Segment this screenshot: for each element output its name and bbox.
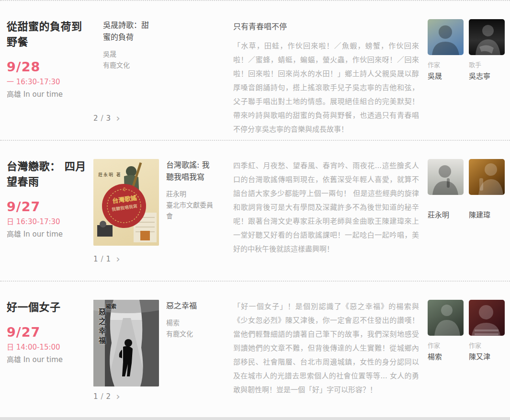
pagination-total: 1 [106,255,111,263]
event-time: 日 16:30-17:30 [7,216,89,226]
book-info: 楊索 惡之幸福 惡之幸福 楊索 有鹿文化 [93,300,233,386]
book-title: 惡之幸福 [166,300,216,312]
person-photo [469,19,505,55]
person-name: 吳晟 [428,70,464,80]
book-title: 台灣歌謠: 我聽我唱我寫 [166,159,216,183]
person-card: 作家 吳晟 [428,19,464,80]
person-silhouette-icon [469,159,505,195]
next-page-icon[interactable]: › [116,256,120,262]
event-date: 9/27 [7,325,89,340]
person-photo [428,19,464,55]
description-column: 四季紅、月夜愁、望春風、春宵吟、雨夜花...這些膾炙人口的台灣歌謠傳唱到現在，依… [233,159,428,281]
event-row: 台灣戀歌： 四月望春雨 9/27 日 16:30-17:30 高雄 In our… [0,141,510,282]
description-text: 「好一個女子」！是個別認識了《惡之幸福》的楊索與《少女忽必烈》陳又津後，你一定會… [233,300,419,397]
book-meta: 台灣歌謠: 我聽我唱我寫 莊永明 臺北市文獻委員會 [166,159,216,246]
person-role: 作家 [428,341,464,350]
events-list: 從甜蜜的負荷到野餐 9/28 一 16:30-17:30 高雄 In our t… [0,0,510,418]
people-column: 作家 吳晟 歌手 吳志寧 [428,19,505,140]
description-column: 「好一個女子」！是個別認識了《惡之幸福》的楊索與《少女忽必烈》陳又津後，你一定會… [233,300,428,418]
book-cover-author-text: 楊索 [106,302,116,310]
event-row: 從甜蜜的負荷到野餐 9/28 一 16:30-17:30 高雄 In our t… [0,1,510,141]
book-author: 楊索 [166,318,216,329]
book-publisher: 有鹿文化 [103,60,153,71]
person-role: 歌手 [469,60,505,69]
person-name: 楊索 [428,351,464,361]
book-cover-title-text: 惡之幸福 [97,308,107,346]
person-name: 吳志寧 [469,70,505,80]
person-photo [469,159,505,195]
pagination-current: 2 [93,114,98,123]
next-page-icon[interactable]: › [116,393,120,400]
description-text: 「水草，田蛙，作伙回來啦！／魚蝦，螃蟹，作伙回來啦！／蜜蜂，蜻蜓，蝙蝠，螢火蟲，… [233,39,419,136]
event-date: 9/28 [7,59,89,74]
event-info-column: 從甜蜜的負荷到野餐 9/28 一 16:30-17:30 高雄 In our t… [7,19,93,140]
pagination-current: 1 [93,392,98,401]
people-column: 作家 楊索 作家 陳又津 [428,300,505,418]
event-location: 高雄 In our time [7,89,89,99]
person-silhouette-icon [428,300,464,336]
book-publisher: 臺北市文獻委員會 [166,200,216,222]
event-time: 一 16:30-17:30 [7,76,89,86]
book-meta: 惡之幸福 楊索 有鹿文化 [166,300,216,386]
book-author: 吳晟 [103,49,153,60]
pagination-divider: / [101,255,103,263]
person-silhouette-icon [428,159,464,195]
person-name: 陳建瑋 [469,209,505,219]
person-name: 陳又津 [469,351,505,361]
book-publisher: 有鹿文化 [166,329,216,340]
book-cover-author-text: 莊永明 著 [98,171,122,178]
description-column: 只有青春唱不停 「水草，田蛙，作伙回來啦！／魚蝦，螃蟹，作伙回來啦！／蜜蜂，蜻蜓… [233,19,428,140]
events-page: 從甜蜜的負荷到野餐 9/28 一 16:30-17:30 高雄 In our t… [0,0,510,420]
bottom-strip [0,417,510,420]
description-title: 只有青春唱不停 [233,20,419,32]
event-info-column: 台灣戀歌： 四月望春雨 9/27 日 16:30-17:30 高雄 In our… [7,159,93,281]
person-role: 作家 [428,60,464,69]
event-location: 高雄 In our time [7,228,89,238]
pagination-current: 1 [93,255,98,263]
event-info-column: 好一個女子 9/27 日 14:00-15:00 高雄 In our time [7,300,93,418]
person-silhouette-icon [469,19,505,55]
people-column: 莊永明 陳建瑋 [428,159,505,281]
pagination-total: 2 [106,392,111,401]
description-text: 四季紅、月夜愁、望春風、春宵吟、雨夜花...這些膾炙人口的台灣歌謠傳唱到現在，依… [233,159,419,256]
event-title: 台灣戀歌： 四月望春雨 [7,159,89,190]
event-location: 高雄 In our time [7,354,89,364]
person-photo [428,300,464,336]
event-title: 從甜蜜的負荷到野餐 [7,19,89,50]
next-page-icon[interactable]: › [116,115,120,122]
book-info: ♫ 莊永明 著 台灣歌謠 我聽我唱我寫 台灣歌謠: 我聽我唱我寫 莊永明 臺北市… [93,159,233,246]
person-card: 歌手 吳志寧 [469,19,505,80]
event-title: 好一個女子 [7,300,89,315]
book-column: 楊索 惡之幸福 惡之幸福 楊索 有鹿文化 1 / 2 › [93,300,233,418]
pagination-total: 3 [106,114,111,123]
book-info: 吳晟詩歌：甜蜜的負荷 吳晟 有鹿文化 [93,19,233,71]
person-name: 莊永明 [428,209,464,219]
pagination-divider: / [101,114,103,123]
carousel-pagination: 1 / 1 › [93,255,233,263]
person-role [469,200,505,208]
event-date: 9/27 [7,199,89,214]
person-card: 陳建瑋 [469,159,505,219]
event-row: 好一個女子 9/27 日 14:00-15:00 高雄 In our time [0,282,510,418]
person-card: 作家 楊索 [428,300,464,361]
book-author: 莊永明 [166,189,216,200]
person-role: 作家 [469,341,505,350]
book-meta: 吳晟詩歌：甜蜜的負荷 吳晟 有鹿文化 [103,19,153,71]
book-title: 吳晟詩歌：甜蜜的負荷 [103,19,153,43]
book-cover-image: ♫ 莊永明 著 台灣歌謠 我聽我唱我寫 [93,159,159,246]
carousel-pagination: 2 / 3 › [93,114,233,123]
book-cover-image: 楊索 惡之幸福 [93,300,159,386]
book-column: 吳晟詩歌：甜蜜的負荷 吳晟 有鹿文化 2 / 3 › [93,19,233,140]
carousel-pagination: 1 / 2 › [93,392,233,401]
person-photo [428,159,464,195]
svg-text:♫: ♫ [122,187,126,192]
person-photo [469,300,505,336]
person-role [428,200,464,208]
person-silhouette-icon [428,19,464,55]
event-time: 日 14:00-15:00 [7,341,89,352]
person-card: 作家 陳又津 [469,300,505,361]
person-silhouette-icon [469,300,505,336]
person-card: 莊永明 [428,159,464,219]
book-column: ♫ 莊永明 著 台灣歌謠 我聽我唱我寫 台灣歌謠: 我聽我唱我寫 莊永明 臺北市… [93,159,233,281]
pagination-divider: / [101,392,103,401]
